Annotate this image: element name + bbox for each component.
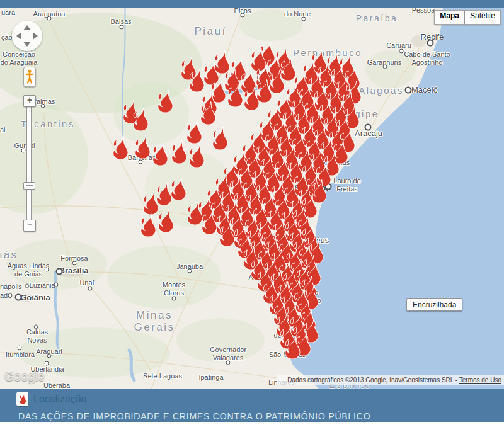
fire-marker[interactable]	[156, 209, 175, 232]
map-attribution: Dados cartográficos ©2013 Google, Inav/G…	[277, 375, 504, 385]
maps-page: PiauíParaíbaPernambucoAlagoasSergipeToca…	[0, 0, 504, 432]
zoom-slider-track[interactable]	[26, 106, 32, 222]
fire-marker[interactable]	[150, 142, 169, 166]
pan-down-arrow-icon[interactable]	[23, 42, 31, 47]
pan-left-arrow-icon[interactable]	[16, 32, 21, 40]
map-markers-layer	[0, 0, 504, 389]
map-type-mapa-button[interactable]: Mapa	[434, 10, 465, 25]
fire-marker[interactable]	[186, 69, 205, 92]
zoom-in-button[interactable]: +	[23, 95, 36, 107]
fire-marker[interactable]	[169, 140, 188, 164]
top-blue-bar	[0, 0, 504, 8]
marker-tooltip: Encruzilhada	[406, 298, 462, 311]
attribution-text: Dados cartográficos ©2013 Google, Inav/G…	[287, 377, 459, 384]
fire-marker[interactable]	[282, 336, 301, 359]
street-view-pegman[interactable]	[23, 67, 36, 87]
map-type-satelite-button[interactable]: Satélite	[465, 10, 501, 25]
banner-subtitle: DAS AÇÕES DE IMPROBIDADE E CRIMES CONTRA…	[18, 411, 370, 421]
flame-icon	[18, 394, 26, 404]
fire-marker[interactable]	[241, 87, 260, 110]
fire-marker[interactable]	[210, 127, 229, 150]
fire-marker[interactable]	[130, 108, 149, 131]
pan-control[interactable]	[12, 21, 42, 51]
map-canvas[interactable]: PiauíParaíbaPernambucoAlagoasSergipeToca…	[0, 0, 504, 389]
fire-marker[interactable]	[110, 136, 129, 159]
fire-marker[interactable]	[138, 213, 157, 237]
map-type-control: Mapa Satélite	[434, 10, 501, 25]
pan-right-arrow-icon[interactable]	[33, 32, 38, 40]
zoom-slider-handle[interactable]	[23, 182, 35, 190]
banner-title: Localização	[33, 394, 87, 405]
fire-marker[interactable]	[186, 144, 205, 168]
zoom-out-button[interactable]: −	[23, 220, 36, 232]
footer-strip	[0, 422, 504, 432]
google-logo[interactable]: Google	[4, 370, 44, 384]
terms-of-use-link[interactable]: Termos de Uso	[459, 377, 501, 384]
pan-up-arrow-icon[interactable]	[23, 25, 31, 30]
banner-flame-chip	[16, 392, 28, 406]
bottom-banner: Localização DAS AÇÕES DE IMPROBIDADE E C…	[0, 389, 504, 422]
fire-marker[interactable]	[132, 135, 151, 159]
pegman-icon	[26, 69, 33, 84]
fire-marker[interactable]	[155, 89, 174, 113]
